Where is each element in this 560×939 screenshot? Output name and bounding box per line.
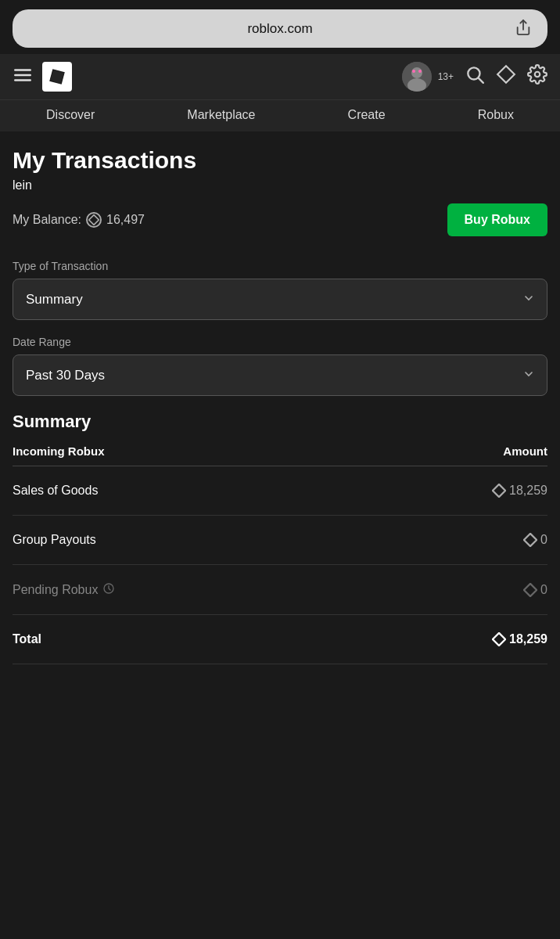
buy-robux-button[interactable]: Buy Robux xyxy=(447,203,547,236)
transaction-type-select[interactable]: Summary Purchases Sales xyxy=(13,279,547,320)
balance-row: My Balance: 16,497 Buy Robux xyxy=(13,203,547,236)
balance-amount: 16,497 xyxy=(106,213,145,227)
pending-robux-amount: 0 xyxy=(540,583,547,597)
transaction-type-wrapper: Summary Purchases Sales xyxy=(13,279,547,320)
nav-link-robux[interactable]: Robux xyxy=(478,108,514,122)
date-range-wrapper: Past 30 Days Past 7 Days Past 90 Days Pa… xyxy=(13,354,547,396)
pending-robux-label: Pending Robux xyxy=(13,582,115,597)
svg-rect-4 xyxy=(45,64,70,89)
table-row: Pending Robux 0 xyxy=(13,565,547,615)
clock-icon xyxy=(102,582,115,597)
table-row: Sales of Goods 18,259 xyxy=(13,466,547,516)
incoming-robux-header: Incoming Robux xyxy=(13,444,105,458)
url-display: roblox.com xyxy=(48,21,512,37)
group-payouts-label: Group Payouts xyxy=(13,533,96,547)
svg-line-12 xyxy=(479,78,483,83)
total-amount: 18,259 xyxy=(509,632,547,646)
svg-point-14 xyxy=(535,72,540,77)
top-nav: 13+ xyxy=(0,54,560,99)
svg-point-10 xyxy=(418,70,422,73)
balance-label: My Balance: 16,497 xyxy=(13,212,145,228)
sales-of-goods-amount: 18,259 xyxy=(509,484,547,498)
svg-marker-16 xyxy=(493,484,505,497)
nav-right-icons: 13+ xyxy=(402,62,547,92)
date-range-label: Date Range xyxy=(13,336,547,348)
roblox-logo[interactable] xyxy=(42,62,72,92)
balance-robux-icon xyxy=(86,212,102,228)
share-button[interactable] xyxy=(512,17,535,40)
search-icon[interactable] xyxy=(465,64,485,89)
svg-marker-13 xyxy=(497,66,515,83)
nav-link-create[interactable]: Create xyxy=(348,108,386,122)
avatar[interactable] xyxy=(402,62,432,92)
date-range-select[interactable]: Past 30 Days Past 7 Days Past 90 Days Pa… xyxy=(13,354,547,396)
sales-of-goods-value: 18,259 xyxy=(492,484,547,498)
table-row: Group Payouts 0 xyxy=(13,516,547,565)
group-payouts-value: 0 xyxy=(523,533,547,547)
nav-link-marketplace[interactable]: Marketplace xyxy=(187,108,255,122)
sales-of-goods-label: Sales of Goods xyxy=(13,484,98,498)
svg-marker-20 xyxy=(493,633,505,646)
balance-text: My Balance: xyxy=(13,213,81,227)
svg-marker-15 xyxy=(89,215,99,225)
nav-links: Discover Marketplace Create Robux xyxy=(0,99,560,131)
transaction-type-label: Type of Transaction xyxy=(13,260,547,272)
table-row: Total 18,259 xyxy=(13,615,547,664)
group-payouts-amount: 0 xyxy=(540,533,547,547)
nav-link-discover[interactable]: Discover xyxy=(46,108,95,122)
svg-point-7 xyxy=(411,67,422,78)
amount-header: Amount xyxy=(503,444,547,458)
table-header: Incoming Robux Amount xyxy=(13,444,547,466)
summary-title: Summary xyxy=(13,412,547,432)
main-content: My Transactions lein My Balance: 16,497 … xyxy=(0,131,560,680)
svg-marker-17 xyxy=(524,534,537,546)
svg-point-9 xyxy=(412,70,415,73)
total-value: 18,259 xyxy=(492,632,547,646)
hamburger-icon[interactable] xyxy=(13,65,33,88)
page-title: My Transactions xyxy=(13,147,547,174)
address-bar: roblox.com xyxy=(13,9,547,48)
svg-marker-19 xyxy=(524,583,537,595)
total-label: Total xyxy=(13,632,41,646)
settings-icon[interactable] xyxy=(527,64,547,89)
username-display: lein xyxy=(13,178,547,192)
age-badge: 13+ xyxy=(438,71,454,82)
pending-robux-value: 0 xyxy=(523,583,547,597)
robux-icon[interactable] xyxy=(496,64,516,89)
summary-section: Summary Incoming Robux Amount Sales of G… xyxy=(13,412,547,664)
